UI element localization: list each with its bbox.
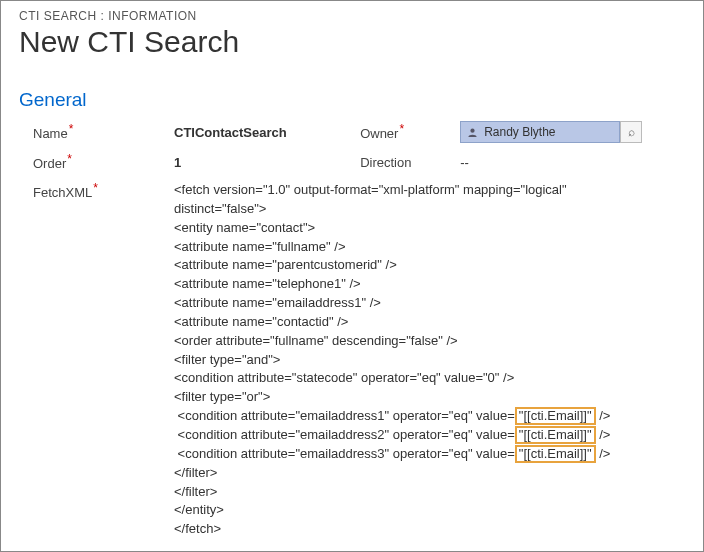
label-fetchxml: FetchXML*	[19, 181, 174, 539]
fetchxml-line: <fetch version="1.0" output-format="xml-…	[174, 181, 681, 200]
fetchxml-line: </filter>	[174, 483, 681, 502]
label-owner: Owner*	[360, 122, 460, 141]
fetchxml-line: <order attribute="fullname" descending="…	[174, 332, 681, 351]
owner-name: Randy Blythe	[484, 125, 555, 139]
owner-lookup-field[interactable]: Randy Blythe	[460, 121, 620, 143]
fetchxml-line: <attribute name="contactid" />	[174, 313, 681, 332]
row-direction: Direction --	[360, 151, 685, 173]
fetchxml-line: </entity>	[174, 501, 681, 520]
fetchxml-line: <condition attribute="statecode" operato…	[174, 369, 681, 388]
row-name: Name* CTIContactSearch	[19, 121, 360, 143]
fetchxml-line: </filter>	[174, 464, 681, 483]
label-order: Order*	[19, 152, 174, 171]
fetchxml-line: <entity name="contact">	[174, 219, 681, 238]
fetchxml-line: <attribute name="emailaddress1" />	[174, 294, 681, 313]
fetchxml-line: <condition attribute="emailaddress2" ope…	[174, 426, 681, 445]
fetchxml-line: <attribute name="telephone1" />	[174, 275, 681, 294]
fetchxml-highlight: "[[cti.Email]]"	[515, 407, 596, 425]
label-direction: Direction	[360, 155, 460, 170]
page-title: New CTI Search	[19, 25, 685, 59]
person-icon	[467, 127, 478, 138]
search-icon: ⌕	[628, 125, 635, 139]
fetchxml-line: distinct="false">	[174, 200, 681, 219]
value-order[interactable]: 1	[174, 155, 360, 170]
row-order: Order* 1	[19, 151, 360, 173]
value-name[interactable]: CTIContactSearch	[174, 125, 360, 140]
value-direction[interactable]: --	[460, 155, 685, 170]
fetchxml-line: <condition attribute="emailaddress3" ope…	[174, 445, 681, 464]
section-general: General	[19, 89, 685, 111]
fetchxml-line: </fetch>	[174, 520, 681, 539]
required-mark: *	[69, 122, 74, 136]
fetchxml-line: <filter type="or">	[174, 388, 681, 407]
fetchxml-highlight: "[[cti.Email]]"	[515, 445, 596, 463]
required-mark: *	[93, 181, 98, 195]
required-mark: *	[67, 152, 72, 166]
fetchxml-highlight: "[[cti.Email]]"	[515, 426, 596, 444]
lookup-button[interactable]: ⌕	[620, 121, 642, 143]
svg-point-0	[471, 128, 475, 132]
required-mark: *	[399, 122, 404, 136]
fetchxml-line: <attribute name="parentcustomerid" />	[174, 256, 681, 275]
fetchxml-content[interactable]: <fetch version="1.0" output-format="xml-…	[174, 181, 685, 539]
fetchxml-line: <filter type="and">	[174, 351, 681, 370]
label-name: Name*	[19, 122, 174, 141]
fetchxml-line: <condition attribute="emailaddress1" ope…	[174, 407, 681, 426]
row-owner: Owner* Randy Blythe ⌕	[360, 121, 685, 143]
breadcrumb: CTI SEARCH : INFORMATION	[19, 9, 685, 23]
fetchxml-line: <attribute name="fullname" />	[174, 238, 681, 257]
